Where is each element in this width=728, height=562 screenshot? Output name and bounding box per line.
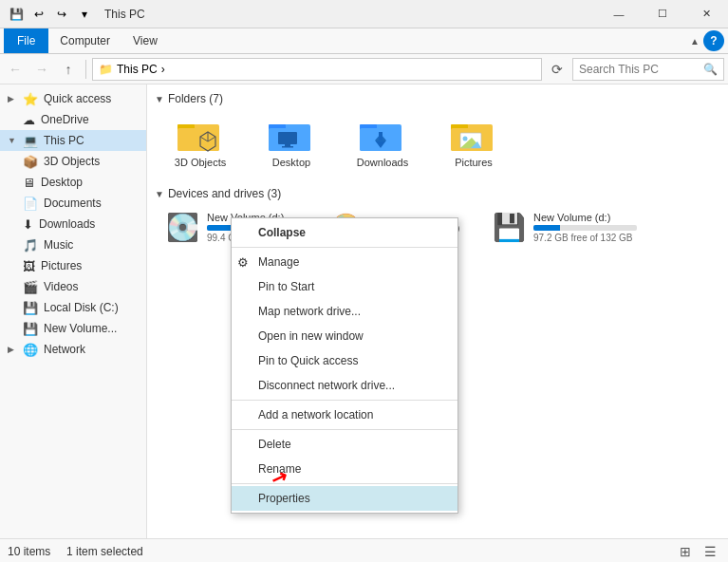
ctx-disconnect[interactable]: Disconnect network drive...: [232, 373, 457, 398]
ctx-open-window[interactable]: Open in new window: [232, 324, 457, 348]
ctx-sep-2: [232, 400, 457, 401]
sidebar-item-pictures[interactable]: 🖼 Pictures: [0, 255, 146, 276]
sidebar-item-music[interactable]: 🎵 Music: [0, 234, 146, 255]
folder-desktop-icon: [269, 117, 314, 155]
ctx-pin-quick[interactable]: Pin to Quick access: [232, 348, 457, 373]
network-icon: 🌐: [23, 343, 38, 357]
status-info: 10 items 1 item selected: [8, 545, 143, 558]
sidebar-label-local-disk: Local Disk (C:): [44, 301, 119, 314]
details-view-btn[interactable]: ☰: [700, 541, 720, 562]
sidebar-item-quick-access[interactable]: ▶ ⭐ Quick access: [0, 88, 146, 109]
forward-button[interactable]: →: [30, 58, 53, 81]
folder-desktop[interactable]: Desktop: [253, 113, 329, 172]
folder-pictures[interactable]: Pictures: [436, 113, 512, 172]
onedrive-icon: ☁: [23, 113, 35, 127]
drive-bar-usb: [533, 225, 637, 231]
sidebar-label-onedrive: OneDrive: [41, 113, 89, 126]
ctx-add-network[interactable]: Add a network location: [232, 403, 457, 427]
ctx-properties[interactable]: Properties: [232, 486, 457, 511]
folder-3d-objects[interactable]: 3D Objects: [162, 113, 238, 172]
tab-computer[interactable]: Computer: [48, 28, 121, 53]
save-quick-btn[interactable]: 💾: [6, 4, 27, 25]
address-bar[interactable]: 📁 This PC ›: [92, 58, 542, 81]
hdd-icon: 💽: [166, 212, 199, 243]
sidebar-label-network: Network: [44, 343, 85, 356]
ctx-map-drive[interactable]: Map network drive...: [232, 299, 457, 324]
large-icons-view-btn[interactable]: ⊞: [675, 541, 696, 562]
manage-icon: ⚙: [237, 255, 249, 270]
ctx-collapse[interactable]: Collapse: [232, 220, 457, 245]
sidebar-item-this-pc[interactable]: ▼ 💻 This PC: [0, 130, 146, 151]
sidebar-label-quick-access: Quick access: [44, 92, 111, 105]
maximize-button[interactable]: ☐: [641, 0, 684, 28]
redo-quick-btn[interactable]: ↪: [51, 4, 72, 25]
minimize-button[interactable]: —: [597, 0, 641, 28]
local-disk-icon: 💾: [23, 301, 38, 315]
pictures-icon: 🖼: [23, 259, 35, 273]
drive-usb-volume[interactable]: 💾 New Volume (d:) 97.2 GB free of 132 GB: [489, 208, 641, 247]
close-button[interactable]: ✕: [684, 0, 728, 28]
help-button[interactable]: ?: [703, 30, 724, 51]
search-icon: 🔍: [703, 63, 718, 76]
ribbon-collapse-btn[interactable]: ▲: [690, 36, 703, 47]
folders-section-header: ▼ Folders (7): [155, 92, 720, 105]
sidebar-item-desktop[interactable]: 🖥 Desktop: [0, 172, 146, 193]
tab-view[interactable]: View: [121, 28, 169, 53]
sidebar-label-pictures: Pictures: [41, 259, 82, 272]
quick-access-icon: ⭐: [23, 92, 38, 106]
up-button[interactable]: ↑: [57, 58, 80, 81]
sidebar-item-local-disk[interactable]: 💾 Local Disk (C:): [0, 297, 146, 318]
search-input[interactable]: [579, 63, 700, 76]
status-bar: 10 items 1 item selected ⊞ ☰: [0, 538, 728, 562]
nav-separator: [85, 60, 86, 79]
tab-file[interactable]: File: [4, 28, 48, 53]
ctx-rename[interactable]: Rename: [232, 457, 457, 481]
sidebar-item-documents[interactable]: 📄 Documents: [0, 193, 146, 214]
sidebar-item-videos[interactable]: 🎬 Videos: [0, 276, 146, 297]
ctx-delete[interactable]: Delete: [232, 432, 457, 457]
refresh-button[interactable]: ⟳: [546, 58, 569, 81]
downloads-icon: ⬇: [23, 217, 33, 232]
ctx-sep-4: [232, 483, 457, 484]
ctx-pin-start[interactable]: Pin to Start: [232, 274, 457, 299]
drives-section-header: ▼ Devices and drives (3): [155, 187, 720, 200]
sidebar-item-onedrive[interactable]: ☁ OneDrive: [0, 109, 146, 130]
folder-downloads[interactable]: Downloads: [345, 113, 420, 172]
svg-rect-12: [282, 146, 293, 148]
context-menu: Collapse ⚙ Manage Pin to Start Map netwo…: [231, 217, 458, 514]
search-bar[interactable]: 🔍: [572, 58, 724, 81]
window-title: This PC: [104, 8, 145, 21]
sidebar-item-3d-objects[interactable]: 📦 3D Objects: [0, 151, 146, 172]
expand-arrow: ▶: [8, 94, 17, 103]
sidebar-item-downloads[interactable]: ⬇ Downloads: [0, 214, 146, 234]
folder-label-pictures: Pictures: [455, 157, 493, 168]
sidebar-item-network[interactable]: ▶ 🌐 Network: [0, 339, 146, 360]
folder-label-desktop: Desktop: [272, 157, 310, 168]
drive-info-usb: New Volume (d:) 97.2 GB free of 132 GB: [533, 212, 637, 243]
address-text: This PC: [117, 63, 158, 76]
folder-pictures-icon: [451, 117, 496, 155]
folders-grid: 3D Objects Desktop: [155, 113, 720, 172]
folders-chevron[interactable]: ▼: [155, 94, 164, 104]
quick-toolbar: 💾 ↩ ↪ ▾: [6, 4, 95, 25]
drive-size-usb: 97.2 GB free of 132 GB: [533, 233, 637, 243]
sidebar-label-downloads: Downloads: [39, 217, 95, 231]
back-button[interactable]: ←: [4, 58, 27, 81]
sidebar-label-music: Music: [44, 238, 73, 252]
nav-bar: ← → ↑ 📁 This PC › ⟳ 🔍: [0, 54, 728, 84]
ribbon-tabs: File Computer View ▲ ?: [0, 28, 728, 53]
title-controls: — ☐ ✕: [597, 0, 728, 28]
title-bar: 💾 ↩ ↪ ▾ This PC — ☐ ✕: [0, 0, 728, 28]
music-icon: 🎵: [23, 238, 38, 253]
drive-name-usb: New Volume (d:): [533, 212, 637, 223]
ctx-manage[interactable]: ⚙ Manage: [232, 250, 457, 274]
this-pc-icon: 💻: [23, 134, 38, 148]
ribbon: File Computer View ▲ ?: [0, 28, 728, 54]
undo-quick-btn[interactable]: ↩: [28, 4, 49, 25]
sidebar-item-new-volume[interactable]: 💾 New Volume...: [0, 318, 146, 339]
drives-chevron[interactable]: ▼: [155, 189, 164, 199]
svg-point-24: [463, 137, 468, 141]
title-bar-left: 💾 ↩ ↪ ▾ This PC: [6, 4, 145, 25]
dropdown-quick-btn[interactable]: ▾: [74, 4, 95, 25]
content-area: ▼ Folders (7) 3D Objects: [147, 84, 728, 538]
